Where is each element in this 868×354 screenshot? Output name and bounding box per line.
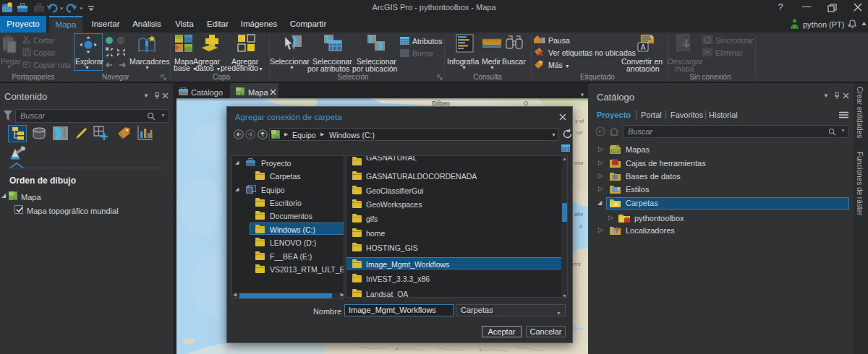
svg-text:on: on xyxy=(576,129,582,136)
svg-text:A: A xyxy=(641,43,646,51)
svg-text:ers: ers xyxy=(573,261,581,267)
svg-text:dite: dite xyxy=(574,211,583,217)
svg-text:y of: y of xyxy=(574,118,584,124)
svg-text:ona: ona xyxy=(574,160,584,166)
svg-text:S: S xyxy=(579,223,582,230)
